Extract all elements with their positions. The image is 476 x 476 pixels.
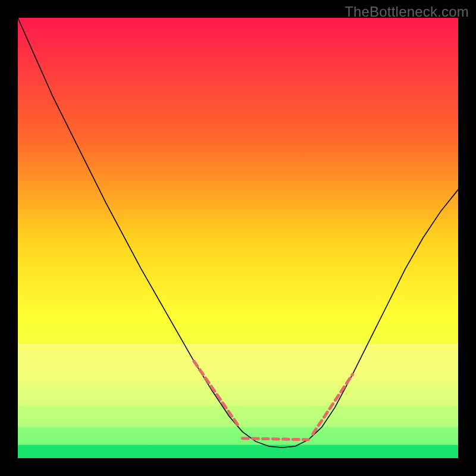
svg-rect-1 [18,379,458,405]
bottom-bands [18,344,458,458]
plot-area [18,18,458,458]
svg-rect-4 [18,445,458,458]
bottleneck-chart [18,18,458,458]
chart-frame: TheBottleneck.com [0,0,476,476]
svg-line-6 [242,439,308,440]
svg-rect-0 [18,344,458,379]
svg-rect-3 [18,427,458,445]
